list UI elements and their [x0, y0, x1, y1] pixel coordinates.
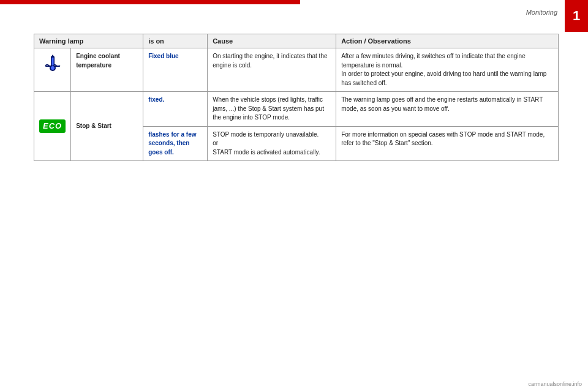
stop-start-is-on-1: fixed. — [143, 92, 208, 127]
footer-watermark: carmanualsonline.info — [528, 381, 582, 387]
engine-coolant-icon-cell — [34, 48, 71, 92]
engine-coolant-label: Engine coolant temperature — [71, 48, 143, 92]
page-number: 1 — [573, 8, 580, 24]
engine-coolant-svg — [42, 52, 64, 74]
warning-table: Warning lamp is on Cause Action / Observ… — [34, 34, 559, 161]
stop-start-action-2: For more information on special cases wi… — [336, 126, 559, 161]
stop-start-cause-2: STOP mode is temporarily unavailable. or… — [208, 126, 336, 161]
engine-coolant-action: After a few minutes driving, it switches… — [336, 48, 559, 92]
col-cause: Cause — [208, 34, 336, 48]
table-row-engine-coolant: Engine coolant temperature Fixed blue On… — [34, 48, 559, 92]
stop-start-cause-1: When the vehicle stops (red lights, traf… — [208, 92, 336, 127]
col-warning-lamp: Warning lamp — [34, 34, 143, 48]
col-action: Action / Observations — [336, 34, 559, 48]
page-tab: 1 — [565, 0, 588, 32]
eco-icon: ECO — [39, 119, 66, 134]
main-content: Warning lamp is on Cause Action / Observ… — [34, 34, 559, 343]
eco-icon-cell: ECO — [34, 92, 71, 161]
stop-start-label: Stop & Start — [71, 92, 143, 161]
page-header-title: Monitoring — [526, 9, 557, 16]
svg-marker-5 — [51, 55, 55, 58]
stop-start-action-1: The warning lamp goes off and the engine… — [336, 92, 559, 127]
top-red-bar — [0, 0, 300, 4]
engine-coolant-icon — [42, 52, 64, 77]
stop-start-is-on-2: flashes for a few seconds, then goes off… — [143, 126, 208, 161]
svg-rect-3 — [51, 57, 53, 66]
engine-coolant-is-on: Fixed blue — [143, 48, 208, 92]
col-is-on: is on — [143, 34, 208, 48]
svg-point-4 — [51, 66, 55, 70]
table-row-stop-start-1: ECO Stop & Start fixed. When the vehicle… — [34, 92, 559, 127]
engine-coolant-cause: On starting the engine, it indicates tha… — [208, 48, 336, 92]
table-header-row: Warning lamp is on Cause Action / Observ… — [34, 34, 559, 48]
